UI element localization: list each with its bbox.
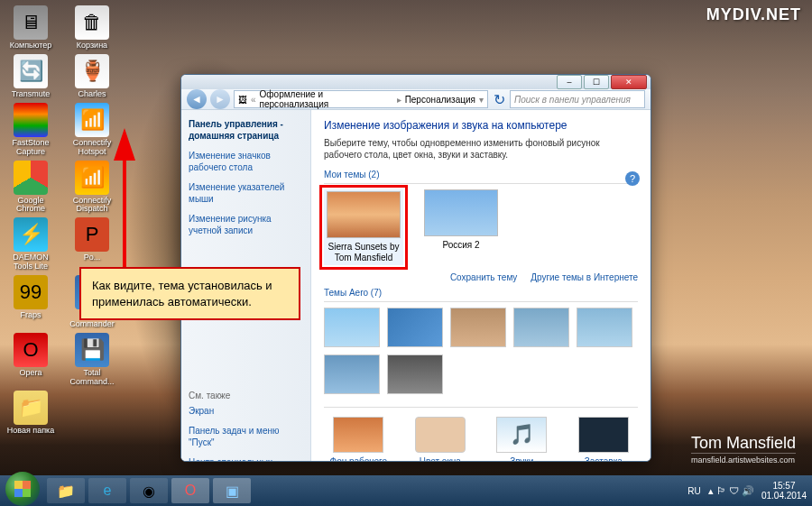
- app-icon: 🏺: [75, 54, 109, 88]
- aero-theme-5[interactable]: [577, 308, 632, 347]
- app-icon: [14, 103, 48, 137]
- icon-label: Компьютер: [10, 41, 52, 51]
- clock[interactable]: 15:57 01.04.2014: [761, 481, 807, 501]
- annotation-arrow: [115, 135, 134, 274]
- control-panel-icon: 🖼: [238, 95, 247, 105]
- sidebar-link-taskbar[interactable]: Панель задач и меню "Пуск": [189, 426, 303, 448]
- app-icon: 📁: [14, 391, 48, 425]
- start-button[interactable]: [5, 472, 40, 506]
- lang-indicator[interactable]: RU: [687, 486, 700, 496]
- annotation-callout: Как видите, тема установилась и применил…: [79, 267, 300, 320]
- theme-name: Sierra Sunsets by Tom Mansfield: [326, 242, 401, 263]
- aero-theme-4[interactable]: [513, 308, 569, 347]
- aero-themes-label: Темы Aero (7): [324, 288, 638, 298]
- theme-россия-2[interactable]: Россия 2: [421, 189, 501, 265]
- sidebar-link-ease[interactable]: Центр специальных возможностей: [189, 457, 303, 462]
- task-app[interactable]: ▣: [213, 478, 251, 503]
- setting-saver[interactable]: ЗаставкаПустой экран: [569, 417, 639, 462]
- taskbar[interactable]: 📁 e ◉ O ▣ RU ▴ 🏳 🛡 🔊 15:57 01.04.2014: [0, 475, 812, 506]
- app-icon: P: [75, 217, 109, 252]
- desktop-icon-opera[interactable]: OOpera: [5, 333, 56, 387]
- desktop-icon-connectify-dispatch[interactable]: 📶Connectify Dispatch: [67, 161, 117, 215]
- icon-label: Opera: [19, 369, 42, 378]
- theme-sierra-sunsets-by-tom-mansfield[interactable]: Sierra Sunsets by Tom Mansfield: [324, 189, 403, 265]
- address-bar[interactable]: 🖼 « Оформление и персонализация ▸ Персон…: [234, 90, 488, 108]
- desktop-icon-компьютер[interactable]: 🖥Компьютер: [5, 5, 56, 51]
- see-also-header: См. также: [189, 391, 303, 400]
- setting-title: Фон рабочего стола: [324, 456, 393, 462]
- app-icon: [14, 161, 48, 195]
- icon-label: Total Command...: [67, 369, 117, 387]
- content-pane: ? Изменение изображения и звука на компь…: [311, 110, 651, 462]
- aero-theme-3[interactable]: [450, 308, 506, 347]
- app-icon: 🖥: [14, 5, 48, 40]
- theme-links: Сохранить тему Другие темы в Интернете: [324, 272, 638, 282]
- desktop-icon-daemon-tools-lite[interactable]: ⚡DAEMON Tools Lite: [5, 217, 56, 271]
- setting-title: Цвет окна: [406, 456, 475, 462]
- aero-themes-row: [324, 308, 638, 394]
- icon-label: Google Chrome: [5, 197, 56, 215]
- refresh-button[interactable]: ↻: [492, 91, 506, 108]
- aero-theme-2[interactable]: [387, 308, 443, 347]
- help-icon[interactable]: ?: [625, 171, 640, 186]
- nav-forward-button[interactable]: ►: [210, 89, 230, 109]
- desktop-icon-transmute[interactable]: 🔄Transmute: [5, 54, 56, 99]
- aero-theme-7[interactable]: [387, 354, 443, 394]
- watermark: MYDIV.NET: [706, 5, 801, 24]
- app-icon: ⚡: [14, 217, 48, 252]
- tray-icons[interactable]: ▴ 🏳 🛡 🔊: [708, 485, 754, 497]
- desktop-icon-fraps[interactable]: 99Fraps: [5, 275, 56, 329]
- desktop-icon-total-command-[interactable]: 💾Total Command...: [67, 333, 117, 387]
- icon-label: Connectify Dispatch: [67, 197, 117, 215]
- icon-label: Charles: [78, 90, 106, 99]
- sidebar-link-desktop-icons[interactable]: Изменение значков рабочего стола: [189, 151, 303, 173]
- aero-theme-6[interactable]: [324, 354, 380, 394]
- desktop-icon-google-chrome[interactable]: Google Chrome: [5, 161, 56, 215]
- icon-label: Transmute: [12, 90, 51, 99]
- bottom-settings-row: Фон рабочего столаПоказ слайдовЦвет окна…: [324, 407, 638, 462]
- task-ie[interactable]: e: [88, 478, 126, 503]
- setting-color[interactable]: Цвет окнаДругой: [406, 417, 475, 462]
- more-themes-link[interactable]: Другие темы в Интернете: [531, 272, 638, 282]
- maximize-button[interactable]: ☐: [584, 75, 609, 89]
- desktop-icon-новая-папка[interactable]: 📁Новая папка: [5, 391, 56, 436]
- desktop-icon-faststone-capture[interactable]: FastStone Capture: [5, 103, 56, 157]
- theme-thumbnail: [424, 189, 498, 236]
- icon-label: DAEMON Tools Lite: [5, 253, 56, 271]
- setting-sound[interactable]: 🎵ЗвукиЛандшафт: [487, 417, 557, 462]
- artist-credit: Tom Mansfield mansfield.artistwebsites.c…: [691, 434, 796, 465]
- desktop-icon-po-[interactable]: PPo...: [67, 217, 117, 271]
- icon-label: FastStone Capture: [5, 139, 56, 157]
- sidebar-home[interactable]: Панель управления - домашняя страница: [189, 119, 303, 142]
- aero-theme-1[interactable]: [324, 308, 380, 347]
- setting-icon: [415, 417, 466, 453]
- icon-label: Новая папка: [7, 427, 54, 436]
- system-tray[interactable]: RU ▴ 🏳 🛡 🔊 15:57 01.04.2014: [687, 481, 807, 501]
- titlebar[interactable]: – ☐ ✕: [181, 75, 651, 89]
- theme-name: Россия 2: [421, 240, 501, 251]
- close-button[interactable]: ✕: [611, 75, 647, 89]
- my-themes-label: Мои темы (2): [324, 170, 638, 179]
- nav-back-button[interactable]: ◄: [187, 89, 207, 109]
- task-chrome[interactable]: ◉: [130, 478, 168, 503]
- sidebar-link-account-pic[interactable]: Изменение рисунка учетной записи: [189, 214, 303, 236]
- setting-icon: 🎵: [496, 417, 547, 453]
- task-explorer[interactable]: 📁: [47, 478, 85, 503]
- app-icon: 99: [14, 275, 48, 309]
- minimize-button[interactable]: –: [557, 75, 582, 89]
- app-icon: 📶: [75, 161, 109, 195]
- app-icon: 🗑: [75, 5, 109, 40]
- my-themes-row: Sierra Sunsets by Tom MansfieldРоссия 2: [324, 189, 638, 265]
- save-theme-link[interactable]: Сохранить тему: [450, 272, 518, 282]
- setting-bg[interactable]: Фон рабочего столаПоказ слайдов: [324, 417, 393, 462]
- desktop-icon-корзина[interactable]: 🗑Корзина: [67, 5, 117, 51]
- theme-thumbnail: [327, 191, 401, 238]
- sidebar-link-pointers[interactable]: Изменение указателей мыши: [189, 182, 303, 205]
- sidebar-link-display[interactable]: Экран: [189, 406, 303, 418]
- pinned-apps: 📁 e ◉ O ▣: [47, 478, 251, 503]
- desktop-icon-connectify-hotspot[interactable]: 📶Connectify Hotspot: [67, 103, 117, 157]
- navbar: ◄ ► 🖼 « Оформление и персонализация ▸ Пе…: [181, 89, 651, 110]
- desktop-icon-charles[interactable]: 🏺Charles: [67, 54, 117, 99]
- search-input[interactable]: Поиск в панели управления: [510, 90, 645, 108]
- task-opera[interactable]: O: [171, 478, 209, 503]
